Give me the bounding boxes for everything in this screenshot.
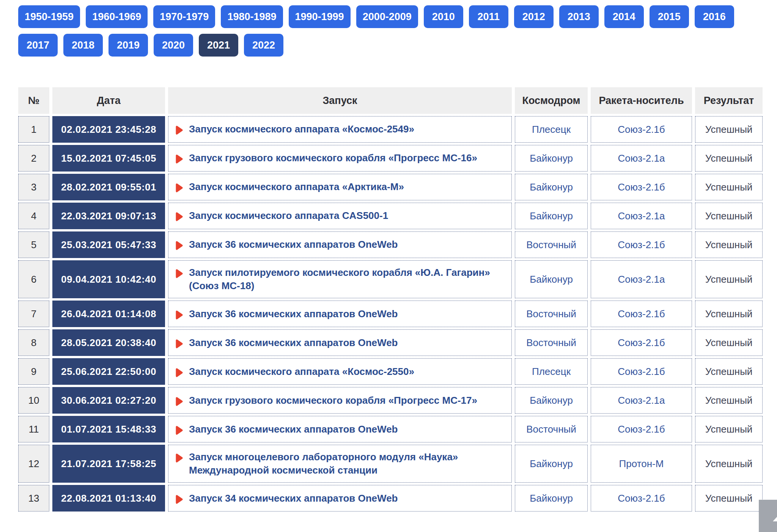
launch-link[interactable]: Запуск космического аппарата «Космос-255…: [175, 365, 505, 378]
year-filter-2012[interactable]: 2012: [514, 5, 554, 28]
launch-marker-icon: [175, 397, 183, 406]
year-filter-2016[interactable]: 2016: [695, 5, 734, 28]
launch-marker-icon: [175, 212, 183, 222]
rocket-link[interactable]: Союз-2.1б: [618, 423, 665, 435]
table-row: 102.02.2021 23:45:28Запуск космического …: [18, 116, 763, 143]
cosmodrome-cell: Восточный: [515, 329, 588, 356]
table-row: 1322.08.2021 01:13:40Запуск 34 космическ…: [18, 485, 763, 512]
rocket-link[interactable]: Союз-2.1б: [618, 493, 665, 504]
launch-title-line1: Запуск космического аппарата CAS500-1: [189, 209, 388, 222]
year-filter-2022[interactable]: 2022: [244, 34, 283, 57]
row-number: 12: [18, 445, 49, 483]
rocket-link[interactable]: Союз-2.1б: [618, 337, 665, 348]
launch-link[interactable]: Запуск космического аппарата «Космос-254…: [175, 123, 505, 136]
result-cell: Успешный: [695, 329, 763, 356]
year-filter-1960-1969[interactable]: 1960-1969: [86, 5, 148, 28]
launch-link[interactable]: Запуск 36 космических аппаратов OneWeb: [175, 423, 505, 436]
launch-title-line1: Запуск грузового космического корабля «П…: [189, 151, 477, 165]
rocket-link[interactable]: Союз-2.1б: [618, 366, 665, 377]
rocket-link[interactable]: Союз-2.1б: [618, 308, 665, 320]
launch-link[interactable]: Запуск 36 космических аппаратов OneWeb: [175, 307, 505, 321]
launch-marker-icon: [175, 154, 183, 164]
result-cell: Успешный: [695, 416, 763, 442]
year-filter-1950-1959[interactable]: 1950-1959: [18, 5, 80, 28]
rocket-cell: Союз-2.1б: [591, 116, 692, 143]
year-filter-2010[interactable]: 2010: [424, 5, 463, 28]
row-number: 5: [18, 231, 49, 258]
cosmodrome-link[interactable]: Байконур: [530, 395, 573, 406]
launch-marker-icon: [175, 310, 183, 320]
cosmodrome-cell: Плесецк: [515, 358, 588, 385]
launch-link[interactable]: Запуск пилотируемого космического корабл…: [175, 266, 505, 293]
rocket-link[interactable]: Союз-2.1а: [618, 210, 665, 222]
launch-title: Запуск пилотируемого космического корабл…: [189, 266, 490, 293]
row-number: 3: [18, 174, 49, 200]
year-filter-2018[interactable]: 2018: [63, 34, 103, 57]
launch-title: Запуск 36 космических аппаратов OneWeb: [189, 307, 398, 321]
year-filter-2014[interactable]: 2014: [604, 5, 644, 28]
cosmodrome-link[interactable]: Байконур: [530, 210, 573, 222]
result-cell: Успешный: [695, 358, 763, 385]
year-filter-2021[interactable]: 2021: [199, 34, 238, 57]
cosmodrome-cell: Плесецк: [515, 116, 588, 143]
year-filter-2017[interactable]: 2017: [18, 34, 58, 57]
cosmodrome-link[interactable]: Байконур: [530, 274, 573, 285]
rocket-link[interactable]: Союз-2.1а: [618, 153, 665, 164]
launch-link[interactable]: Запуск 36 космических аппаратов OneWeb: [175, 336, 505, 349]
rocket-link[interactable]: Союз-2.1б: [618, 124, 665, 135]
row-number: 1: [18, 116, 49, 143]
year-filter-2019[interactable]: 2019: [109, 34, 148, 57]
launch-link[interactable]: Запуск грузового космического корабля «П…: [175, 394, 505, 407]
result-cell: Успешный: [695, 485, 763, 512]
year-filter-1990-1999[interactable]: 1990-1999: [289, 5, 351, 28]
launch-date: 22.08.2021 01:13:40: [52, 485, 165, 512]
year-filter-1970-1979[interactable]: 1970-1979: [153, 5, 215, 28]
launch-marker-icon: [175, 494, 183, 504]
launch-date: 28.02.2021 09:55:01: [52, 174, 165, 200]
cosmodrome-link[interactable]: Восточный: [526, 337, 576, 348]
launch-title-line2: Международной космической станции: [189, 464, 458, 477]
year-filter-1980-1989[interactable]: 1980-1989: [221, 5, 283, 28]
cosmodrome-link[interactable]: Плесецк: [532, 366, 571, 377]
launch-link[interactable]: Запуск многоцелевого лабораторного модул…: [175, 450, 505, 477]
year-filter-2000-2009[interactable]: 2000-2009: [356, 5, 418, 28]
launch-title-line1: Запуск грузового космического корабля «П…: [189, 394, 477, 407]
cosmodrome-link[interactable]: Байконур: [530, 493, 573, 504]
launch-link[interactable]: Запуск 34 космических аппаратов OneWeb: [175, 492, 505, 505]
launch-date: 09.04.2021 10:42:40: [52, 260, 165, 298]
year-filter-2011[interactable]: 2011: [469, 5, 508, 28]
cosmodrome-link[interactable]: Плесецк: [532, 124, 571, 135]
result-cell: Успешный: [695, 174, 763, 200]
cosmodrome-link[interactable]: Байконур: [530, 153, 573, 164]
launch-title: Запуск космического аппарата «Космос-255…: [189, 365, 414, 378]
launch-date: 02.02.2021 23:45:28: [52, 116, 165, 143]
row-number: 9: [18, 358, 49, 385]
scroll-to-top-button[interactable]: [759, 500, 777, 532]
launch-cell: Запуск 34 космических аппаратов OneWeb: [168, 485, 512, 512]
filter-row-2: 201720182019202020212022: [18, 34, 766, 57]
rocket-link[interactable]: Союз-2.1б: [618, 239, 665, 250]
header-launch: Запуск: [168, 87, 512, 114]
cosmodrome-link[interactable]: Восточный: [526, 239, 576, 250]
launch-title-line1: Запуск многоцелевого лабораторного модул…: [189, 450, 458, 464]
cosmodrome-link[interactable]: Восточный: [526, 423, 576, 435]
year-filter-2013[interactable]: 2013: [559, 5, 599, 28]
launch-link[interactable]: Запуск космического аппарата CAS500-1: [175, 209, 505, 222]
year-filter-2020[interactable]: 2020: [154, 34, 193, 57]
table-row: 726.04.2021 01:14:08Запуск 36 космически…: [18, 301, 763, 327]
cosmodrome-link[interactable]: Байконур: [530, 181, 573, 193]
rocket-link[interactable]: Союз-2.1а: [618, 274, 665, 285]
rocket-link[interactable]: Союз-2.1б: [618, 181, 665, 193]
launch-link[interactable]: Запуск 36 космических аппаратов OneWeb: [175, 238, 505, 251]
rocket-link[interactable]: Протон-М: [619, 458, 664, 469]
rocket-link[interactable]: Союз-2.1а: [618, 395, 665, 406]
cosmodrome-link[interactable]: Байконур: [530, 458, 573, 469]
launch-date: 28.05.2021 20:38:40: [52, 329, 165, 356]
table-row: 1030.06.2021 02:27:20Запуск грузового ко…: [18, 387, 763, 414]
launch-link[interactable]: Запуск грузового космического корабля «П…: [175, 151, 505, 165]
rocket-cell: Союз-2.1а: [591, 260, 692, 298]
year-filter-2015[interactable]: 2015: [650, 5, 689, 28]
result-cell: Успешный: [695, 260, 763, 298]
launch-link[interactable]: Запуск космического аппарата «Арктика-М»: [175, 180, 505, 194]
cosmodrome-link[interactable]: Восточный: [526, 308, 576, 320]
